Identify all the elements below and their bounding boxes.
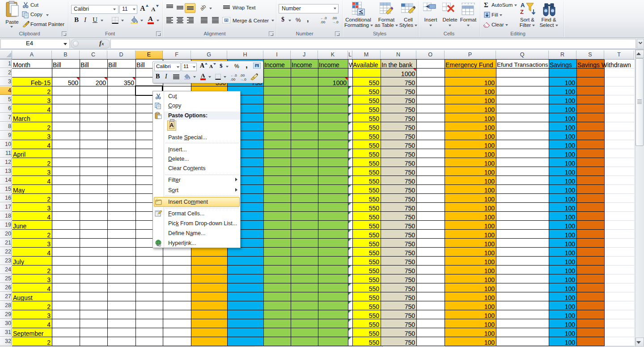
svg-text:Z: Z	[520, 9, 524, 15]
svg-text:a: a	[225, 19, 227, 22]
svg-text:A: A	[521, 2, 525, 9]
svg-text:a: a	[256, 64, 258, 68]
